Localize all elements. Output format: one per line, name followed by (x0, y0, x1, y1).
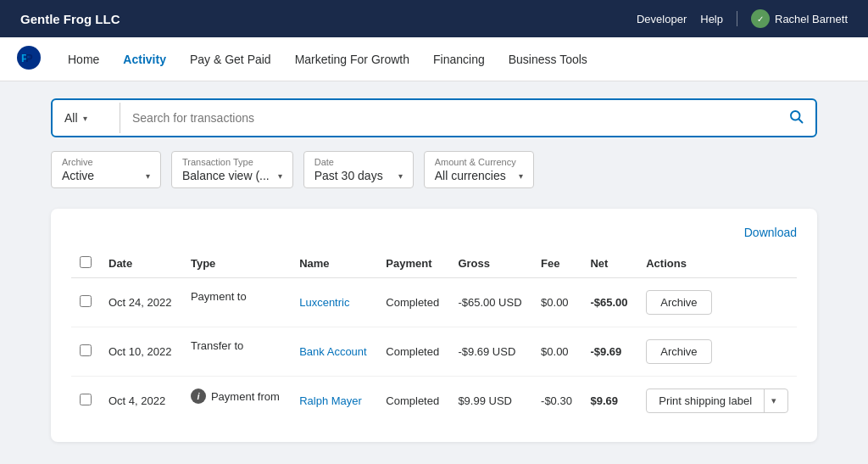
paypal-logo: P P (17, 46, 41, 72)
filter-type-label: Transaction Type (182, 157, 282, 167)
row-type: iPayment from (182, 377, 291, 416)
row-name[interactable]: Luxcentric (291, 278, 377, 327)
split-action-chevron-icon[interactable]: ▾ (764, 389, 783, 412)
search-input[interactable] (132, 111, 765, 125)
filter-archive[interactable]: Archive Active ▾ (51, 151, 161, 188)
row-gross: $9.99 USD (449, 377, 532, 426)
info-icon: i (191, 389, 206, 404)
transactions-table: Date Type Name Payment Gross Fee Net Act… (71, 249, 797, 425)
col-actions: Actions (637, 249, 797, 278)
archive-button[interactable]: Archive (646, 290, 711, 315)
row-fee: $0.00 (532, 327, 581, 377)
col-date: Date (100, 249, 182, 278)
row-checkbox-cell (71, 327, 100, 377)
nav-items: Home Activity Pay & Get Paid Marketing F… (58, 48, 598, 71)
row-fee: $0.00 (532, 278, 581, 327)
search-input-wrap (120, 111, 776, 125)
nav-item-home[interactable]: Home (58, 48, 109, 71)
row-date: Oct 4, 2022 (100, 377, 182, 426)
row-2-checkbox[interactable] (80, 394, 92, 405)
col-net: Net (581, 249, 637, 278)
filter-bar: Archive Active ▾ Transaction Type Balanc… (51, 151, 817, 188)
top-bar: Gentle Frog LLC Developer Help ✓ Rachel … (0, 0, 868, 37)
row-name-link[interactable]: Bank Account (299, 345, 367, 358)
row-gross: -$65.00 USD (449, 278, 532, 327)
table-header-row-cols: Date Type Name Payment Gross Fee Net Act… (71, 249, 797, 278)
divider (737, 11, 737, 26)
row-payment: Completed (377, 278, 449, 327)
split-action-button: Print shipping label▾ (646, 389, 788, 413)
developer-link[interactable]: Developer (637, 13, 687, 25)
row-1-checkbox[interactable] (80, 344, 92, 356)
row-name-link[interactable]: Ralph Mayer (299, 394, 362, 407)
filter-currency-chevron-icon: ▾ (519, 171, 523, 181)
help-link[interactable]: Help (700, 13, 723, 25)
nav-item-pay-get-paid[interactable]: Pay & Get Paid (180, 48, 281, 71)
archive-button[interactable]: Archive (646, 339, 711, 364)
nav-item-activity[interactable]: Activity (113, 48, 176, 71)
col-gross: Gross (449, 249, 532, 278)
select-all-checkbox[interactable] (80, 256, 92, 268)
filter-date[interactable]: Date Past 30 days ▾ (303, 151, 414, 188)
filter-type-chevron-icon: ▾ (278, 171, 282, 181)
row-type: Transfer to (182, 327, 291, 364)
filter-date-chevron-icon: ▾ (398, 171, 403, 181)
row-name[interactable]: Bank Account (291, 327, 377, 377)
row-checkbox-cell (71, 377, 100, 426)
row-type: Payment to (182, 278, 291, 315)
row-name[interactable]: Ralph Mayer (291, 377, 377, 426)
row-date: Oct 24, 2022 (100, 278, 182, 327)
col-name: Name (291, 249, 377, 278)
filter-transaction-type[interactable]: Transaction Type Balance view (... ▾ (171, 151, 293, 188)
row-net: $9.69 (581, 377, 637, 426)
row-name-link[interactable]: Luxcentric (299, 296, 349, 309)
search-icon (788, 109, 804, 124)
select-all-header (71, 249, 100, 278)
row-fee: -$0.30 (532, 377, 581, 426)
filter-currency-value: All currencies (435, 169, 506, 182)
table-row: Oct 4, 2022iPayment fromRalph MayerCompl… (71, 377, 797, 426)
row-net: -$9.69 (581, 327, 637, 377)
search-container: All ▾ (51, 98, 817, 137)
svg-line-4 (799, 120, 803, 123)
filter-date-value: Past 30 days (314, 169, 383, 182)
search-type-select[interactable]: All ▾ (53, 103, 120, 133)
row-payment: Completed (377, 327, 449, 377)
table-card: Download Date Type Name Payment Gross Fe… (51, 209, 817, 442)
top-bar-right: Developer Help ✓ Rachel Barnett (637, 9, 848, 28)
search-type-chevron-icon: ▾ (83, 114, 87, 123)
filter-type-value: Balance view (... (182, 169, 270, 182)
user-name: Rachel Barnett (775, 13, 848, 25)
table-row: Oct 10, 2022Transfer toBank AccountCompl… (71, 327, 797, 377)
filter-date-label: Date (314, 157, 403, 167)
table-head: Date Type Name Payment Gross Fee Net Act… (71, 249, 797, 278)
nav-item-marketing[interactable]: Marketing For Growth (285, 48, 420, 71)
col-fee: Fee (532, 249, 581, 278)
row-gross: -$9.69 USD (449, 327, 532, 377)
row-date: Oct 10, 2022 (100, 327, 182, 377)
svg-text:P: P (25, 52, 33, 64)
search-type-value: All (64, 111, 78, 125)
row-payment: Completed (377, 377, 449, 426)
filter-currency-label: Amount & Currency (435, 157, 523, 167)
print-shipping-label-button[interactable]: Print shipping label (647, 389, 764, 412)
nav-item-financing[interactable]: Financing (423, 48, 495, 71)
row-actions: Print shipping label▾ (637, 377, 797, 426)
page-content: All ▾ Archive Active ▾ Transaction Type … (0, 81, 868, 459)
download-link[interactable]: Download (744, 226, 797, 239)
col-type: Type (182, 249, 291, 278)
table-row: Oct 24, 2022Payment toLuxcentricComplete… (71, 278, 797, 327)
nav-bar: P P Home Activity Pay & Get Paid Marketi… (0, 37, 868, 81)
nav-item-business-tools[interactable]: Business Tools (498, 48, 598, 71)
table-body: Oct 24, 2022Payment toLuxcentricComplete… (71, 278, 797, 426)
row-net: -$65.00 (581, 278, 637, 327)
filter-archive-chevron-icon: ▾ (146, 171, 150, 181)
company-name: Gentle Frog LLC (20, 12, 120, 26)
row-0-checkbox[interactable] (80, 295, 92, 307)
col-payment: Payment (377, 249, 449, 278)
svg-point-3 (791, 111, 800, 120)
search-button[interactable] (776, 100, 815, 136)
row-checkbox-cell (71, 278, 100, 327)
filter-amount-currency[interactable]: Amount & Currency All currencies ▾ (424, 151, 534, 188)
table-header-row: Download (71, 226, 797, 239)
